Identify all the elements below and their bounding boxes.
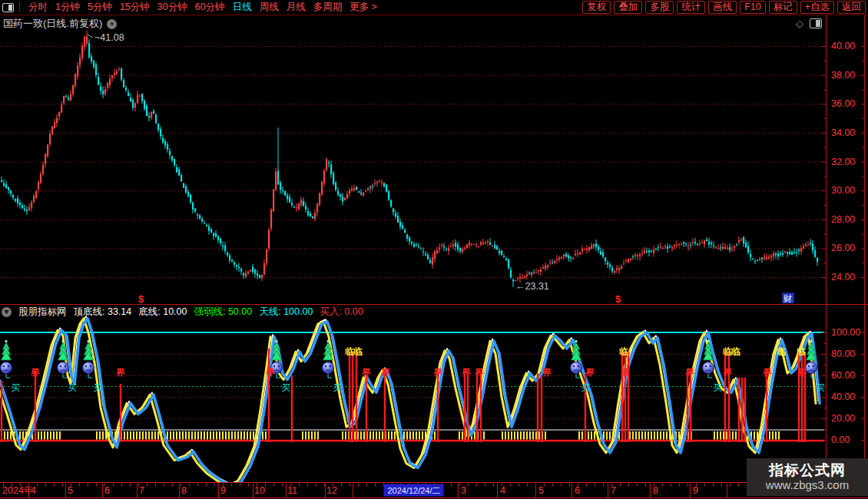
svg-text:9: 9	[693, 485, 698, 496]
svg-text:4: 4	[31, 485, 36, 496]
svg-text:40.00: 40.00	[831, 392, 855, 402]
toolbar-divider	[19, 2, 20, 12]
btn-overlay[interactable]: 叠加	[614, 1, 642, 14]
svg-text:$: $	[615, 293, 621, 305]
tab-monthly[interactable]: 月线	[287, 1, 306, 14]
svg-text:界: 界	[30, 367, 40, 378]
svg-text:36.00: 36.00	[831, 98, 855, 109]
tree-icon	[2, 340, 12, 360]
svg-text:临: 临	[731, 346, 740, 357]
svg-text:买: 买	[713, 383, 722, 392]
watermark-title: 指标公式网	[769, 462, 846, 479]
oscillator-blue	[0, 319, 820, 486]
svg-text:8: 8	[653, 485, 658, 496]
indicator-header: ▾ 股朋指标网顶底线: 33.14底线: 10.00强弱线: 50.00天线: …	[2, 306, 363, 319]
svg-text:7: 7	[139, 485, 144, 496]
sad-face-icon	[806, 362, 817, 374]
svg-text:30.00: 30.00	[831, 185, 855, 196]
svg-text:财: 财	[784, 294, 792, 303]
chart-title-row: 国药一致(日线.前复权) ▾	[3, 17, 117, 31]
indicator-value-0: 股朋指标网	[18, 306, 67, 319]
svg-text:界: 界	[762, 367, 772, 378]
main-annotations: ~41.08←23.31$$财	[88, 32, 794, 305]
date-axis: 2024年45678910111234567892024/12/24/二	[2, 484, 739, 498]
svg-text:界: 界	[115, 367, 125, 378]
svg-text:5: 5	[538, 485, 544, 496]
svg-text:界: 界	[620, 367, 630, 378]
indicator-value-2: 底线: 10.00	[138, 306, 187, 319]
svg-text:买: 买	[581, 383, 590, 392]
btn-stats[interactable]: 统计	[677, 1, 705, 14]
svg-text:60.00: 60.00	[831, 370, 855, 381]
svg-text:买: 买	[816, 383, 825, 392]
sad-face-icon	[323, 362, 334, 374]
svg-text:100.00: 100.00	[831, 327, 860, 338]
indicator-value-1: 顶底线: 33.14	[74, 306, 132, 319]
svg-text:40.00: 40.00	[831, 41, 855, 51]
tab-daily[interactable]: 日线	[233, 1, 252, 14]
svg-text:界: 界	[361, 367, 371, 378]
svg-text:2024年: 2024年	[2, 485, 33, 496]
tab-more[interactable]: 更多 >	[350, 1, 377, 14]
panel-toggle-icon[interactable]	[810, 18, 822, 28]
svg-text:2024/12/24/二: 2024/12/24/二	[387, 486, 440, 495]
btn-mark[interactable]: 标记	[769, 1, 797, 14]
svg-text:38.00: 38.00	[831, 70, 855, 81]
svg-text:0.00: 0.00	[831, 435, 850, 445]
sad-face-icon	[58, 362, 69, 374]
svg-text:临: 临	[777, 346, 786, 357]
svg-text:界: 界	[585, 367, 595, 378]
tab-30min[interactable]: 30分钟	[157, 1, 187, 14]
svg-text:买: 买	[281, 383, 290, 392]
svg-text:界: 界	[474, 367, 484, 378]
indicator-axis: 100.0080.0060.0040.0020.000.00	[822, 327, 865, 445]
indicator-chevron-icon[interactable]: ▾	[2, 307, 12, 317]
tab-60min[interactable]: 60分钟	[195, 1, 225, 14]
sad-face-icon	[571, 362, 582, 374]
tab-fenshi[interactable]: 分时	[28, 1, 48, 14]
sad-face-icon	[1, 362, 12, 374]
svg-text:7: 7	[611, 485, 616, 496]
sad-face-icon	[703, 362, 714, 374]
tab-1min[interactable]: 1分钟	[55, 1, 80, 14]
btn-multi-stock[interactable]: 多股	[645, 1, 674, 14]
btn-draw-line[interactable]: 画线	[708, 1, 737, 14]
svg-text:6: 6	[575, 485, 580, 496]
svg-text:28.00: 28.00	[831, 214, 855, 225]
chevron-down-icon[interactable]: ▾	[107, 19, 117, 29]
diamond-icon[interactable]: ◇	[796, 18, 803, 29]
window-split-icon[interactable]	[2, 3, 14, 12]
tab-multi-period[interactable]: 多周期	[313, 1, 343, 14]
svg-text:80.00: 80.00	[831, 349, 855, 359]
svg-text:24.00: 24.00	[831, 272, 855, 283]
svg-text:界: 界	[684, 367, 694, 378]
btn-back[interactable]: 返回	[837, 1, 866, 14]
tab-15min[interactable]: 15分钟	[120, 1, 150, 14]
chart-title: 国药一致(日线.前复权)	[3, 17, 102, 31]
trading-app-window: 40.0038.0036.0034.0032.0030.0028.0026.00…	[0, 0, 868, 499]
tab-5min[interactable]: 5分钟	[88, 1, 112, 14]
chart-canvas[interactable]: 40.0038.0036.0034.0032.0030.0028.0026.00…	[0, 0, 868, 499]
period-tabs: 分时1分钟5分钟15分钟30分钟60分钟日线周线月线多周期更多 >	[25, 1, 381, 14]
selected-date-highlight: 2024/12/24/二	[384, 484, 444, 497]
svg-text:10: 10	[254, 485, 265, 496]
btn-add-watchlist[interactable]: +自选	[800, 1, 834, 14]
toolbar-buttons: 复权叠加多股统计画线F10标记+自选返回	[579, 1, 866, 14]
svg-text:9: 9	[220, 485, 226, 496]
svg-text:26.00: 26.00	[831, 243, 855, 253]
top-toolbar: 分时1分钟5分钟15分钟30分钟60分钟日线周线月线多周期更多 > 复权叠加多股…	[0, 0, 868, 15]
svg-text:12: 12	[326, 485, 337, 496]
svg-text:32.00: 32.00	[831, 157, 855, 167]
btn-fuquan-adjust[interactable]: 复权	[582, 1, 611, 14]
svg-text:5: 5	[68, 485, 73, 496]
svg-text:界: 界	[797, 367, 807, 378]
svg-text:买: 买	[11, 383, 20, 392]
svg-text:11: 11	[287, 485, 297, 496]
btn-f10[interactable]: F10	[740, 1, 766, 14]
svg-text:界: 界	[722, 367, 732, 378]
tab-weekly[interactable]: 周线	[260, 1, 279, 14]
svg-text:界: 界	[380, 367, 390, 378]
svg-text:界: 界	[542, 367, 552, 378]
watermark-url: www.zbgs3.com	[766, 479, 849, 492]
svg-text:~41.08: ~41.08	[94, 32, 124, 43]
